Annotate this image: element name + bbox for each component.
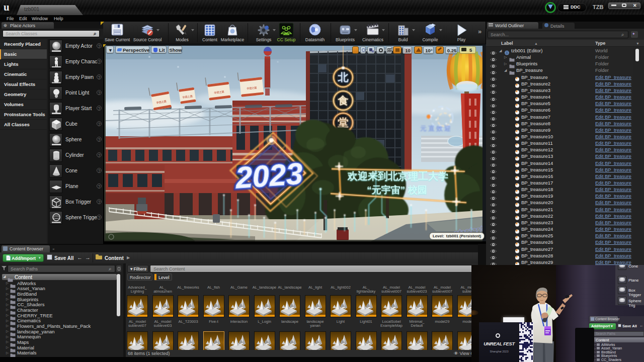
- svg-text:堂: 堂: [338, 117, 349, 128]
- svg-text:元直效迎: 元直效迎: [420, 125, 452, 132]
- svg-text:2023: 2023: [234, 156, 304, 195]
- svg-text:食: 食: [338, 95, 349, 106]
- svg-text:“元宇宙” 校园: “元宇宙” 校园: [367, 185, 427, 195]
- svg-text:北: 北: [338, 71, 349, 83]
- svg-text:欢迎来到北京理工大学: 欢迎来到北京理工大学: [347, 170, 448, 182]
